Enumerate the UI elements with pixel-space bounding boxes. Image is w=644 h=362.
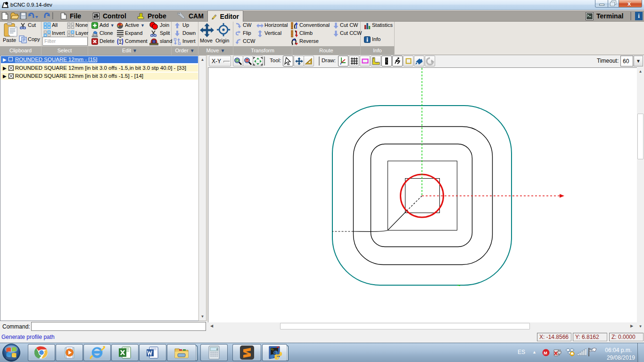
svg-text:Py: Py [271, 348, 274, 351]
svg-text:M: M [544, 351, 547, 355]
svg-text:0: 0 [216, 348, 218, 351]
